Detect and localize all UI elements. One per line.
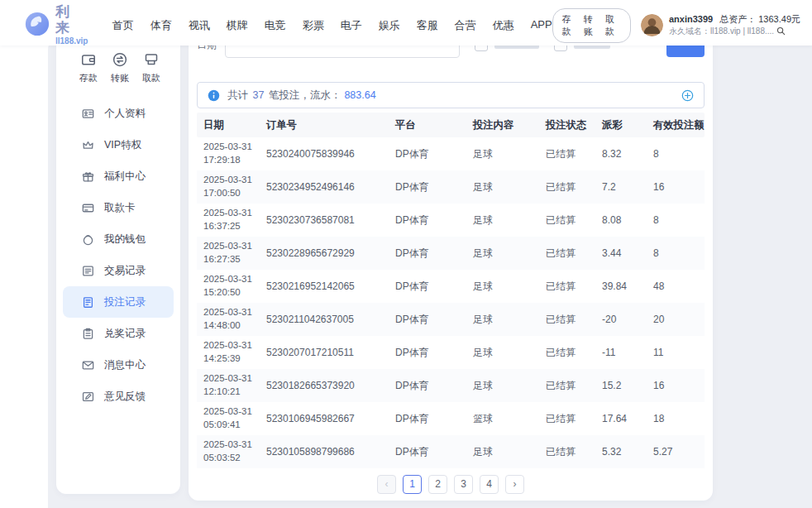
table-row: 2025-03-3117:00:50 5230234952496146 DP体育… bbox=[197, 170, 705, 204]
withdraw-icon bbox=[143, 51, 160, 68]
sidebar-item-label: 交易记录 bbox=[104, 264, 146, 278]
cell-date: 2025-03-3117:29:18 bbox=[197, 141, 260, 166]
cell-valid-amount: 11 bbox=[647, 347, 705, 358]
nav-item[interactable]: 优惠 bbox=[493, 18, 514, 33]
wallet-action-link[interactable]: 转账 bbox=[584, 13, 599, 38]
page-numbers: 1234 bbox=[403, 475, 499, 494]
nav-item[interactable]: 彩票 bbox=[303, 18, 324, 33]
cell-content: 足球 bbox=[466, 180, 539, 194]
cell-content: 足球 bbox=[466, 379, 539, 393]
page-next-button[interactable]: › bbox=[505, 475, 524, 494]
sidebar-item-label: VIP特权 bbox=[104, 138, 141, 152]
sidebar-item[interactable]: 兑奖记录 bbox=[63, 318, 174, 349]
info-icon bbox=[208, 89, 220, 102]
cell-payout: 8.08 bbox=[595, 214, 647, 226]
summary-text: 共计 37 笔投注，流水：883.64 bbox=[227, 89, 376, 103]
cell-payout: 3.44 bbox=[595, 247, 647, 259]
table-row: 2025-03-3105:03:52 5230105898799686 DP体育… bbox=[197, 435, 705, 468]
sidebar-item[interactable]: 交易记录 bbox=[63, 255, 174, 286]
feedback-icon bbox=[81, 390, 95, 404]
cell-order: 5230240075839946 bbox=[260, 148, 389, 160]
sidebar-item[interactable]: 投注记录 bbox=[63, 286, 174, 318]
cell-content: 足球 bbox=[466, 247, 539, 261]
cell-status: 已结算 bbox=[539, 147, 595, 161]
cell-order: 5230182665373920 bbox=[260, 380, 389, 391]
cell-order: 5230228965672929 bbox=[260, 247, 389, 259]
cell-status: 已结算 bbox=[539, 247, 595, 261]
assets-value: 1363.49元 bbox=[758, 14, 800, 24]
user-account[interactable]: anxin3399总资产： 1363.49元 永久域名：ll188.vip | … bbox=[641, 13, 800, 36]
cell-status: 已结算 bbox=[539, 180, 595, 194]
table-body: 2025-03-3117:29:18 5230240075839946 DP体育… bbox=[197, 137, 705, 468]
cell-content: 足球 bbox=[466, 313, 539, 327]
wallet-action-link[interactable]: 取款 bbox=[605, 13, 621, 38]
cell-date: 2025-03-3116:27:35 bbox=[197, 240, 260, 266]
nav-item[interactable]: 客服 bbox=[417, 18, 438, 33]
cell-order: 5230211042637005 bbox=[260, 314, 389, 325]
page-number-button[interactable]: 1 bbox=[403, 475, 422, 494]
sidebar: 存款 转账 取款 个人资料 VIP特权 福利中心 bbox=[56, 30, 180, 494]
main-nav: 首页体育视讯棋牌电竞彩票电子娱乐客服合营优惠APP bbox=[112, 18, 552, 33]
nav-item[interactable]: 首页 bbox=[112, 18, 134, 33]
cell-content: 足球 bbox=[466, 346, 539, 360]
sidebar-menu: 个人资料 VIP特权 福利中心 取款卡 我的钱包 交易记录 bbox=[56, 98, 180, 412]
sidebar-item[interactable]: 福利中心 bbox=[63, 161, 174, 192]
cell-order: 5230106945982667 bbox=[260, 413, 389, 424]
wallet-icon bbox=[81, 232, 95, 247]
sidebar-quick-link[interactable]: 存款 bbox=[79, 51, 98, 84]
profile-icon bbox=[81, 107, 95, 121]
sidebar-item-label: 我的钱包 bbox=[104, 232, 146, 247]
vip-icon bbox=[81, 138, 95, 152]
page-number-button[interactable]: 3 bbox=[454, 475, 473, 494]
nav-item[interactable]: 电竞 bbox=[265, 18, 286, 33]
assets-label: 总资产： bbox=[719, 14, 756, 24]
cell-content: 足球 bbox=[466, 445, 539, 459]
table-header-cell: 日期 bbox=[197, 118, 260, 132]
page-prev-button[interactable]: ‹ bbox=[377, 475, 396, 494]
table-row: 2025-03-3116:27:35 5230228965672929 DP体育… bbox=[197, 237, 705, 270]
sidebar-quick-link[interactable]: 取款 bbox=[142, 51, 160, 84]
table-header-cell: 投注内容 bbox=[466, 118, 539, 132]
transactions-icon bbox=[81, 264, 95, 278]
wallet-action-link[interactable]: 存款 bbox=[562, 13, 578, 38]
table-header-cell: 平台 bbox=[389, 118, 466, 132]
cell-platform: DP体育 bbox=[389, 280, 466, 294]
pagination: ‹ 1234 › bbox=[197, 474, 705, 494]
cell-date: 2025-03-3105:09:41 bbox=[197, 405, 260, 431]
username: anxin3399 bbox=[669, 14, 713, 24]
cell-date: 2025-03-3116:37:25 bbox=[197, 207, 260, 232]
cell-platform: DP体育 bbox=[389, 313, 466, 327]
sidebar-item[interactable]: 个人资料 bbox=[63, 98, 174, 129]
sidebar-item[interactable]: 取款卡 bbox=[63, 192, 174, 223]
cell-order: 5230230736587081 bbox=[260, 214, 389, 226]
cell-platform: DP体育 bbox=[389, 379, 466, 393]
sidebar-quick-link[interactable]: 转账 bbox=[111, 51, 129, 84]
nav-item[interactable]: 合营 bbox=[455, 18, 476, 33]
cell-payout: 15.2 bbox=[595, 380, 647, 391]
page-number-button[interactable]: 2 bbox=[428, 475, 447, 494]
search-icon[interactable] bbox=[776, 26, 786, 36]
nav-item[interactable]: 电子 bbox=[341, 18, 362, 33]
turnover-value: 883.64 bbox=[344, 89, 375, 101]
cell-platform: DP体育 bbox=[389, 346, 466, 360]
top-navbar: 利 来 ll188.vip 首页体育视讯棋牌电竞彩票电子娱乐客服合营优惠APP … bbox=[0, 0, 812, 46]
nav-item[interactable]: 体育 bbox=[150, 18, 172, 33]
sidebar-item[interactable]: 意见反馈 bbox=[63, 381, 174, 412]
sidebar-item[interactable]: VIP特权 bbox=[63, 129, 174, 161]
sidebar-item[interactable]: 我的钱包 bbox=[63, 223, 174, 255]
sidebar-item[interactable]: 消息中心 bbox=[63, 349, 174, 381]
page-number-button[interactable]: 4 bbox=[480, 475, 499, 494]
expand-plus-icon[interactable] bbox=[681, 89, 694, 102]
cell-platform: DP体育 bbox=[389, 412, 466, 426]
card-icon bbox=[81, 201, 95, 215]
nav-item[interactable]: 棋牌 bbox=[227, 18, 248, 33]
logo-domain: ll188.vip bbox=[55, 36, 99, 46]
table-row: 2025-03-3112:10:21 5230182665373920 DP体育… bbox=[197, 369, 705, 402]
cell-date: 2025-03-3112:10:21 bbox=[197, 372, 260, 398]
nav-item[interactable]: 娱乐 bbox=[379, 18, 400, 33]
cell-status: 已结算 bbox=[539, 346, 595, 360]
nav-item[interactable]: 视讯 bbox=[189, 18, 210, 33]
logo[interactable]: 利 来 ll188.vip bbox=[25, 5, 99, 45]
sidebar-item-label: 福利中心 bbox=[104, 170, 146, 184]
nav-item[interactable]: APP bbox=[531, 18, 552, 33]
